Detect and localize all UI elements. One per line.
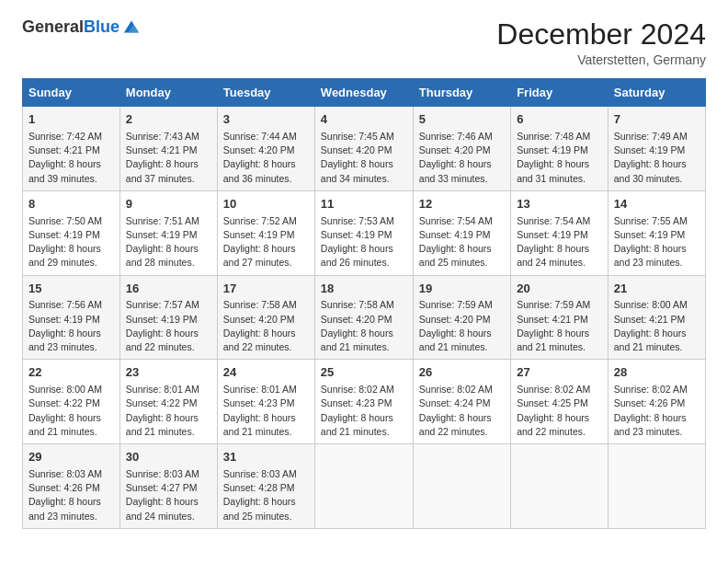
header-cell-thursday: Thursday (413, 79, 510, 107)
day-number: 8 (28, 196, 114, 213)
calendar-cell: 30Sunrise: 8:03 AM Sunset: 4:27 PM Dayli… (119, 444, 217, 529)
cell-info: Sunrise: 7:48 AM Sunset: 4:19 PM Dayligh… (517, 130, 602, 186)
header-row: SundayMondayTuesdayWednesdayThursdayFrid… (23, 79, 706, 107)
calendar-cell: 4Sunrise: 7:45 AM Sunset: 4:20 PM Daylig… (314, 107, 413, 191)
cell-info: Sunrise: 8:02 AM Sunset: 4:25 PM Dayligh… (517, 383, 602, 439)
calendar-cell: 19Sunrise: 7:59 AM Sunset: 4:20 PM Dayli… (413, 275, 510, 360)
day-number: 26 (419, 364, 505, 382)
cell-info: Sunrise: 8:01 AM Sunset: 4:23 PM Dayligh… (223, 383, 309, 439)
calendar-cell: 21Sunrise: 8:00 AM Sunset: 4:21 PM Dayli… (608, 275, 705, 360)
cell-info: Sunrise: 7:51 AM Sunset: 4:19 PM Dayligh… (126, 214, 211, 270)
day-number: 17 (223, 281, 309, 298)
day-number: 10 (223, 196, 309, 213)
calendar-cell: 3Sunrise: 7:44 AM Sunset: 4:20 PM Daylig… (217, 107, 314, 191)
cell-info: Sunrise: 7:55 AM Sunset: 4:19 PM Dayligh… (614, 214, 700, 270)
day-number: 20 (517, 281, 602, 298)
logo-general-text: General (22, 17, 84, 36)
calendar-cell: 2Sunrise: 7:43 AM Sunset: 4:21 PM Daylig… (119, 107, 217, 191)
calendar-cell: 26Sunrise: 8:02 AM Sunset: 4:24 PM Dayli… (413, 360, 510, 444)
calendar-cell: 31Sunrise: 8:03 AM Sunset: 4:28 PM Dayli… (217, 444, 314, 529)
cell-info: Sunrise: 7:58 AM Sunset: 4:20 PM Dayligh… (223, 298, 309, 354)
cell-info: Sunrise: 7:46 AM Sunset: 4:20 PM Dayligh… (419, 130, 505, 186)
calendar-body: 1Sunrise: 7:42 AM Sunset: 4:21 PM Daylig… (23, 107, 706, 529)
header-cell-monday: Monday (119, 79, 217, 107)
calendar-cell (413, 444, 510, 529)
day-number: 28 (614, 364, 700, 382)
calendar-cell: 18Sunrise: 7:58 AM Sunset: 4:20 PM Dayli… (314, 275, 413, 360)
calendar-cell (608, 444, 705, 529)
month-title: December 2024 (496, 18, 706, 51)
calendar-cell (511, 444, 609, 529)
cell-info: Sunrise: 8:03 AM Sunset: 4:27 PM Dayligh… (126, 467, 211, 523)
day-number: 5 (419, 111, 505, 129)
cell-info: Sunrise: 7:56 AM Sunset: 4:19 PM Dayligh… (28, 298, 114, 354)
header-cell-wednesday: Wednesday (314, 79, 413, 107)
day-number: 3 (223, 111, 309, 129)
cell-info: Sunrise: 7:52 AM Sunset: 4:19 PM Dayligh… (223, 214, 309, 270)
cell-info: Sunrise: 8:00 AM Sunset: 4:22 PM Dayligh… (28, 383, 114, 439)
header-cell-tuesday: Tuesday (217, 79, 314, 107)
calendar-cell: 1Sunrise: 7:42 AM Sunset: 4:21 PM Daylig… (23, 107, 120, 191)
calendar-cell: 10Sunrise: 7:52 AM Sunset: 4:19 PM Dayli… (217, 190, 314, 275)
cell-info: Sunrise: 7:45 AM Sunset: 4:20 PM Dayligh… (321, 130, 407, 186)
calendar-cell: 24Sunrise: 8:01 AM Sunset: 4:23 PM Dayli… (217, 360, 314, 444)
cell-info: Sunrise: 7:50 AM Sunset: 4:19 PM Dayligh… (28, 214, 114, 270)
calendar-table: SundayMondayTuesdayWednesdayThursdayFrid… (22, 78, 706, 529)
day-number: 23 (126, 364, 211, 382)
page-header: GeneralBlue December 2024 Vaterstetten, … (22, 18, 706, 67)
day-number: 13 (517, 196, 602, 213)
calendar-cell: 15Sunrise: 7:56 AM Sunset: 4:19 PM Dayli… (23, 275, 120, 360)
cell-info: Sunrise: 8:01 AM Sunset: 4:22 PM Dayligh… (126, 383, 211, 439)
header-cell-sunday: Sunday (23, 79, 120, 107)
day-number: 31 (223, 449, 309, 466)
cell-info: Sunrise: 7:54 AM Sunset: 4:19 PM Dayligh… (419, 214, 505, 270)
cell-info: Sunrise: 7:42 AM Sunset: 4:21 PM Dayligh… (28, 130, 114, 186)
day-number: 2 (126, 111, 211, 129)
cell-info: Sunrise: 8:03 AM Sunset: 4:26 PM Dayligh… (28, 467, 114, 523)
calendar-cell: 27Sunrise: 8:02 AM Sunset: 4:25 PM Dayli… (511, 360, 609, 444)
cell-info: Sunrise: 8:02 AM Sunset: 4:24 PM Dayligh… (419, 383, 505, 439)
header-cell-saturday: Saturday (608, 79, 705, 107)
cell-info: Sunrise: 7:49 AM Sunset: 4:19 PM Dayligh… (614, 130, 700, 186)
cell-info: Sunrise: 8:03 AM Sunset: 4:28 PM Dayligh… (223, 467, 309, 523)
title-section: December 2024 Vaterstetten, Germany (496, 18, 706, 67)
day-number: 22 (28, 364, 114, 382)
day-number: 24 (223, 364, 309, 382)
day-number: 14 (614, 196, 700, 213)
day-number: 16 (126, 281, 211, 298)
header-cell-friday: Friday (511, 79, 609, 107)
day-number: 4 (321, 111, 407, 129)
cell-info: Sunrise: 7:58 AM Sunset: 4:20 PM Dayligh… (321, 298, 407, 354)
cell-info: Sunrise: 8:02 AM Sunset: 4:26 PM Dayligh… (614, 383, 700, 439)
week-row-5: 29Sunrise: 8:03 AM Sunset: 4:26 PM Dayli… (23, 444, 706, 529)
calendar-cell (314, 444, 413, 529)
day-number: 12 (419, 196, 505, 213)
calendar-cell: 23Sunrise: 8:01 AM Sunset: 4:22 PM Dayli… (119, 360, 217, 444)
cell-info: Sunrise: 7:43 AM Sunset: 4:21 PM Dayligh… (126, 130, 211, 186)
calendar-cell: 14Sunrise: 7:55 AM Sunset: 4:19 PM Dayli… (608, 190, 705, 275)
day-number: 30 (126, 449, 211, 466)
calendar-cell: 12Sunrise: 7:54 AM Sunset: 4:19 PM Dayli… (413, 190, 510, 275)
calendar-cell: 13Sunrise: 7:54 AM Sunset: 4:19 PM Dayli… (511, 190, 609, 275)
calendar-cell: 25Sunrise: 8:02 AM Sunset: 4:23 PM Dayli… (314, 360, 413, 444)
day-number: 7 (614, 111, 700, 129)
day-number: 29 (28, 449, 114, 466)
week-row-3: 15Sunrise: 7:56 AM Sunset: 4:19 PM Dayli… (23, 275, 706, 360)
week-row-1: 1Sunrise: 7:42 AM Sunset: 4:21 PM Daylig… (23, 107, 706, 191)
day-number: 27 (517, 364, 602, 382)
calendar-cell: 11Sunrise: 7:53 AM Sunset: 4:19 PM Dayli… (314, 190, 413, 275)
calendar-header: SundayMondayTuesdayWednesdayThursdayFrid… (23, 79, 706, 107)
cell-info: Sunrise: 7:44 AM Sunset: 4:20 PM Dayligh… (223, 130, 309, 186)
calendar-cell: 9Sunrise: 7:51 AM Sunset: 4:19 PM Daylig… (119, 190, 217, 275)
day-number: 21 (614, 281, 700, 298)
day-number: 1 (28, 111, 114, 129)
cell-info: Sunrise: 7:54 AM Sunset: 4:19 PM Dayligh… (517, 214, 602, 270)
location-subtitle: Vaterstetten, Germany (496, 52, 706, 67)
day-number: 25 (321, 364, 407, 382)
calendar-cell: 28Sunrise: 8:02 AM Sunset: 4:26 PM Dayli… (608, 360, 705, 444)
cell-info: Sunrise: 7:59 AM Sunset: 4:21 PM Dayligh… (517, 298, 602, 354)
day-number: 11 (321, 196, 407, 213)
calendar-cell: 7Sunrise: 7:49 AM Sunset: 4:19 PM Daylig… (608, 107, 705, 191)
calendar-cell: 17Sunrise: 7:58 AM Sunset: 4:20 PM Dayli… (217, 275, 314, 360)
cell-info: Sunrise: 7:57 AM Sunset: 4:19 PM Dayligh… (126, 298, 211, 354)
